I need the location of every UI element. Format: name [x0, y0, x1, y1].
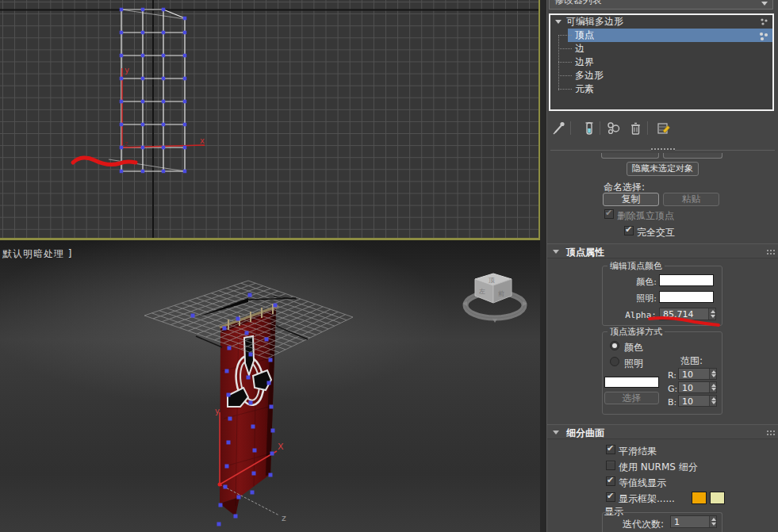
- subobject-dots-icon: [757, 31, 769, 42]
- stack-row-polygon[interactable]: 多边形: [550, 69, 772, 82]
- checkmark-icon: ✔: [625, 224, 632, 235]
- cage-color-swatch[interactable]: [692, 492, 707, 504]
- modifier-list-dropdown[interactable]: 修改器列表: [549, 0, 773, 10]
- iterations-value: 1: [674, 517, 680, 527]
- axis-x-label: x: [200, 136, 205, 145]
- show-end-result-icon[interactable]: [582, 121, 596, 136]
- stack-item-label: 边界: [575, 55, 594, 69]
- stack-row-editable-poly[interactable]: 可编辑多边形: [550, 15, 772, 29]
- toolbar-separator: [570, 121, 571, 135]
- use-nurms-label: 使用 NURMS 细分: [619, 461, 698, 474]
- select-button[interactable]: 选择: [604, 392, 659, 404]
- clipped-button[interactable]: [601, 153, 659, 159]
- match-color-swatch[interactable]: [604, 377, 659, 388]
- select-by-color-label: 颜色: [624, 341, 643, 354]
- color-label: 颜色:: [611, 276, 657, 288]
- delete-isolated-vertices-checkbox[interactable]: ✔: [604, 209, 614, 219]
- illumination-label: 照明:: [611, 293, 657, 304]
- stack-toolbar: [547, 119, 778, 138]
- rollout-collapse-icon[interactable]: [553, 431, 559, 434]
- stack-row-element[interactable]: 元素: [550, 82, 772, 96]
- b-spinner[interactable]: 10: [678, 395, 717, 407]
- spinner-arrows-icon[interactable]: [709, 396, 716, 406]
- g-spinner[interactable]: 10: [678, 381, 717, 393]
- viewcube[interactable]: 顶 左 前: [462, 274, 527, 323]
- home-grid: [144, 281, 353, 358]
- iterations-spinner[interactable]: 1: [670, 515, 717, 528]
- viewcube-top-label: 顶: [488, 277, 495, 284]
- stack-item-label: 边: [575, 42, 584, 55]
- modifier-list-label: 修改器列表: [554, 0, 602, 7]
- perspective-viewport-canvas: y X z 顶 左 前: [0, 240, 540, 532]
- delete-isolated-vertices-label: 删除孤立顶点: [617, 209, 674, 223]
- vertex-color-swatch[interactable]: [659, 274, 714, 286]
- chevron-down-icon: [761, 2, 768, 6]
- front-viewport-canvas: y x z: [0, 0, 538, 238]
- stack-row-vertex[interactable]: 顶点: [550, 29, 772, 42]
- tree-stub: [558, 89, 572, 90]
- spinner-arrows-icon[interactable]: [709, 382, 716, 392]
- command-panel: 修改器列表 可编辑多边形 顶点 边: [547, 0, 778, 532]
- select-by-illumination-radio[interactable]: [610, 357, 619, 366]
- splitter-grip-icon[interactable]: [651, 148, 675, 151]
- axis-z-label: z: [282, 513, 286, 523]
- stack-root-label: 可编辑多边形: [566, 15, 623, 29]
- r-value: 10: [682, 369, 693, 380]
- stack-row-border[interactable]: 边界: [550, 55, 772, 69]
- subdivision-surface-rollout-header[interactable]: 细分曲面: [547, 424, 778, 439]
- full-interactivity-checkbox[interactable]: ✔: [624, 226, 634, 235]
- vertex-properties-rollout-header[interactable]: 顶点属性: [547, 243, 778, 258]
- axis-y-label: y: [125, 66, 129, 75]
- rollout-splitter[interactable]: [550, 150, 775, 151]
- modifier-stack: 可编辑多边形 顶点 边 边界: [549, 13, 774, 111]
- isoline-display-label: 等值线显示: [619, 477, 666, 490]
- isoline-display-checkbox[interactable]: ✔: [606, 477, 615, 486]
- expand-triangle-icon[interactable]: [555, 20, 561, 24]
- r-spinner[interactable]: 10: [678, 368, 717, 380]
- rollout-collapse-icon[interactable]: [553, 250, 559, 254]
- viewcube-front-label: 前: [498, 290, 504, 297]
- make-unique-icon[interactable]: [607, 121, 621, 136]
- hide-unselected-button[interactable]: 隐藏未选定对象: [627, 162, 699, 176]
- stack-item-label: 多边形: [575, 69, 604, 82]
- select-by-illumination-label: 照明: [624, 357, 643, 370]
- spinner-arrows-icon[interactable]: [709, 516, 716, 527]
- select-by-color-radio[interactable]: [610, 341, 619, 350]
- smooth-result-checkbox[interactable]: ✔: [606, 445, 615, 454]
- iterations-label: 迭代次数:: [623, 518, 664, 531]
- show-cage-checkbox[interactable]: ✔: [606, 492, 615, 502]
- stack-item-label: 元素: [575, 82, 594, 96]
- full-interactivity-label: 完全交互: [637, 226, 675, 239]
- paste-button[interactable]: 粘贴: [663, 193, 719, 206]
- copy-button[interactable]: 复制: [603, 193, 659, 206]
- checkmark-icon: ✔: [607, 443, 614, 454]
- clipped-button[interactable]: [663, 153, 722, 159]
- alpha-spinner[interactable]: 85.714: [659, 308, 716, 320]
- spinner-arrows-icon[interactable]: [709, 369, 716, 379]
- subobject-dots-icon: [759, 17, 769, 27]
- alpha-value: 85.714: [663, 309, 694, 320]
- rollout-title: 细分曲面: [566, 427, 604, 440]
- use-nurms-checkbox[interactable]: [606, 461, 615, 470]
- b-value: 10: [682, 396, 693, 407]
- stack-row-edge[interactable]: 边: [550, 42, 772, 55]
- main-window: y x z 默认明暗处理 ]: [0, 0, 778, 532]
- checkmark-icon: ✔: [607, 491, 614, 501]
- configure-modifier-sets-icon[interactable]: [657, 121, 671, 136]
- tree-stub: [558, 35, 572, 36]
- illumination-color-swatch[interactable]: [659, 291, 714, 303]
- range-label: 范围:: [680, 354, 703, 368]
- g-label: G:: [668, 384, 677, 394]
- rollout-title: 顶点属性: [566, 246, 604, 259]
- axis-x-label: X: [278, 442, 284, 452]
- checkmark-icon: ✔: [605, 208, 612, 218]
- viewport-front[interactable]: y x z: [0, 0, 540, 240]
- group-title: 编辑顶点颜色: [607, 260, 665, 272]
- toolbar-separator: [647, 121, 648, 135]
- viewport-perspective[interactable]: 默认明暗处理 ]: [0, 240, 540, 532]
- pin-stack-icon[interactable]: [552, 121, 566, 136]
- spinner-arrows-icon[interactable]: [708, 308, 715, 320]
- remove-modifier-trash-icon[interactable]: [629, 121, 643, 136]
- cage-selected-color-swatch[interactable]: [710, 492, 725, 504]
- alpha-label: Alpha:: [611, 310, 657, 320]
